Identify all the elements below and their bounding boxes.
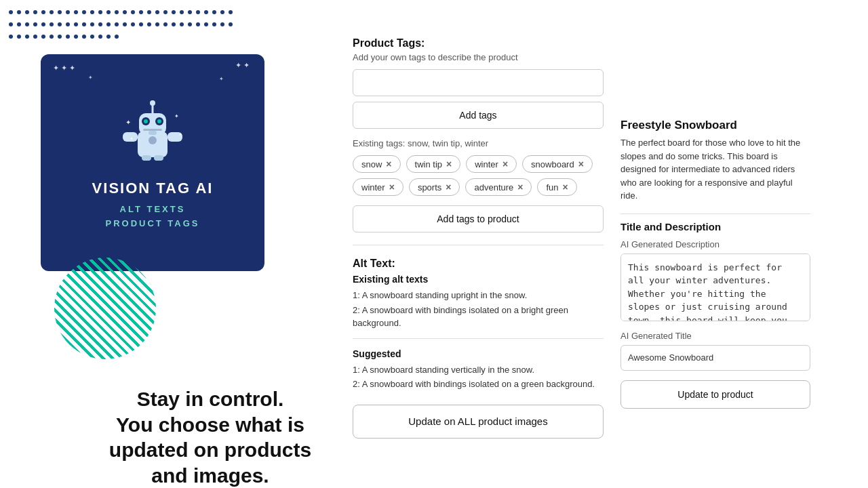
tag-close-icon[interactable]: × (389, 182, 395, 192)
add-tags-button[interactable]: Add tags (353, 102, 604, 129)
svg-text:✦: ✦ (125, 119, 131, 126)
tag-label: winter (361, 182, 385, 192)
suggested-alt-items: 1: A snowboard standing vertically in th… (353, 363, 604, 391)
svg-point-12 (149, 136, 157, 144)
tag-item: sports× (409, 178, 460, 196)
tag-close-icon[interactable]: × (446, 159, 452, 169)
tag-item: fun× (537, 178, 576, 196)
svg-text:✦: ✦ (130, 136, 134, 141)
existing-alt-title: Existing alt texts (353, 274, 604, 285)
svg-text:✦: ✦ (178, 132, 182, 137)
update-all-images-button[interactable]: Update on ALL product images (353, 405, 604, 439)
tag-item: adventure× (465, 178, 532, 196)
tag-label: winter (475, 159, 498, 169)
right-product-title: Freestyle Snowboard (620, 119, 810, 132)
svg-rect-14 (154, 155, 163, 161)
brand-subtitle: ALT TEXTS PRODUCT TAGS (105, 203, 199, 231)
tag-item: twin tip× (406, 155, 461, 173)
tag-item: snowboard× (522, 155, 593, 173)
tag-close-icon[interactable]: × (578, 159, 584, 169)
ai-desc-label: AI Generated Description (620, 239, 810, 249)
middle-panel: Product Tags: Add your own tags to descr… (353, 37, 604, 439)
suggested-alt-item: 2: A snowboard with bindings isolated on… (353, 378, 604, 391)
tag-item: snow× (353, 155, 401, 173)
svg-point-6 (144, 119, 148, 123)
existing-alt-item: 2: A snowboard with bindings isolated on… (353, 304, 604, 330)
tag-label: twin tip (415, 159, 442, 169)
existing-alt-items: 1: A snowboard standing upright in the s… (353, 289, 604, 330)
brand-card: ✦ ✦ ✦ ✦ ✦ ✦ ✦ (41, 54, 264, 271)
section-divider (353, 245, 604, 245)
tags-container: snow×twin tip×winter×snowboard×winter×sp… (353, 155, 604, 196)
svg-point-3 (150, 100, 155, 106)
suggested-alt-item: 1: A snowboard standing vertically in th… (353, 363, 604, 377)
add-tags-to-product-button[interactable]: Add tags to product (353, 205, 604, 232)
product-tags-section: Product Tags: Add your own tags to descr… (353, 37, 604, 232)
tag-label: snowboard (531, 159, 574, 169)
svg-rect-13 (142, 155, 151, 161)
alt-divider (353, 338, 604, 339)
tag-label: adventure (474, 182, 513, 192)
ai-title-label: AI Generated Title (620, 331, 810, 341)
tag-item: winter× (466, 155, 517, 173)
alt-text-title: Alt Text: (353, 258, 604, 270)
robot-illustration: ✦ ✦ ✦ ✦ (119, 94, 186, 171)
svg-rect-8 (143, 129, 162, 131)
suggested-section: Suggested 1: A snowboard standing vertic… (353, 348, 604, 391)
svg-point-7 (157, 119, 161, 123)
existing-tags-label: Existing tags: snow, twin tip, winter (353, 138, 604, 148)
ai-title-input[interactable] (620, 345, 810, 371)
tag-close-icon[interactable]: × (386, 159, 391, 169)
tag-close-icon[interactable]: × (563, 182, 568, 192)
teal-circle-decoration (54, 258, 156, 359)
svg-text:✦: ✦ (174, 113, 179, 119)
tag-input[interactable] (353, 69, 604, 96)
tag-close-icon[interactable]: × (517, 182, 523, 192)
brand-title: VISION TAG AI (92, 180, 214, 197)
tag-label: snow (361, 159, 382, 169)
tag-label: sports (418, 182, 441, 192)
right-panel: Freestyle Snowboard The perfect board fo… (620, 119, 810, 409)
update-to-product-button[interactable]: Update to product (620, 380, 810, 409)
dot-pattern: (function() { const dp = document.queryS… (7, 7, 237, 61)
tagline-text: Stay in control. You choose what is upda… (81, 386, 339, 488)
svg-rect-11 (149, 131, 157, 135)
suggested-title: Suggested (353, 348, 604, 359)
tag-close-icon[interactable]: × (502, 159, 508, 169)
product-tags-subtitle: Add your own tags to describe the produc… (353, 52, 604, 62)
alt-text-section: Alt Text: Existing alt texts 1: A snowbo… (353, 258, 604, 439)
tag-close-icon[interactable]: × (446, 182, 451, 192)
title-description-heading: Title and Description (620, 214, 810, 232)
tag-item: winter× (353, 178, 403, 196)
ai-desc-textarea[interactable]: This snowboard is perfect for all your w… (620, 253, 810, 321)
existing-alt-item: 1: A snowboard standing upright in the s… (353, 289, 604, 302)
product-tags-title: Product Tags: (353, 37, 604, 49)
left-panel: ✦ ✦ ✦ ✦ ✦ ✦ ✦ (41, 54, 346, 271)
tag-label: fun (546, 182, 558, 192)
right-product-desc: The perfect board for those who love to … (620, 136, 810, 203)
